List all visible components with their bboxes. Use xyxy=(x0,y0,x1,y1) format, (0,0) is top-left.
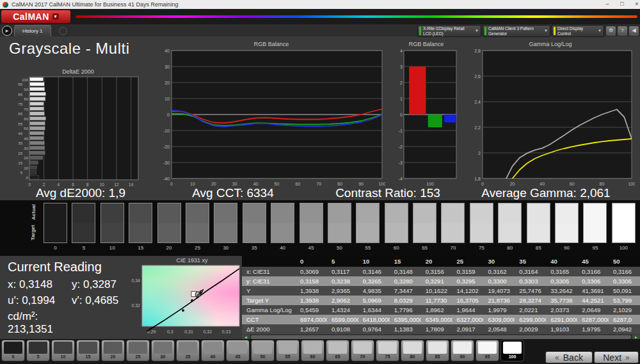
svg-text:5: 5 xyxy=(20,171,23,175)
minimize-button[interactable]: – xyxy=(600,0,614,9)
level-swatch xyxy=(204,342,222,354)
grayscale-swatch-25: 25 xyxy=(186,203,209,251)
table-cell: 7,3447 xyxy=(390,286,421,296)
level-button-0[interactable]: 0 xyxy=(1,340,25,361)
svg-text:-40: -40 xyxy=(163,177,170,181)
grayscale-swatch-100: 100 xyxy=(612,203,636,251)
level-label: 25 xyxy=(129,354,147,359)
swatch-label: 75 xyxy=(470,245,493,251)
next-button[interactable]: Next » xyxy=(594,351,639,363)
level-button-60[interactable]: 60 xyxy=(301,340,324,361)
level-button-85[interactable]: 85 xyxy=(426,340,449,361)
maximize-button[interactable]: □ xyxy=(615,0,629,9)
table-cell: 2,0548 xyxy=(483,324,515,334)
help-icon[interactable]: ? xyxy=(617,26,628,36)
header-cell: 35 xyxy=(515,256,546,267)
actual-swatch xyxy=(158,203,180,223)
gamma-chart: Gamma Log/Log 1,822,22,42,62,80204060801… xyxy=(466,41,635,190)
reading-x: x: 0,3148 xyxy=(8,278,72,291)
header-cell: 10 xyxy=(358,256,390,267)
level-label: 65 xyxy=(328,354,347,359)
level-label: 75 xyxy=(378,354,397,359)
svg-text:20: 20 xyxy=(510,182,515,186)
swatch-label: 5 xyxy=(72,245,95,251)
svg-text:100: 100 xyxy=(22,78,29,82)
swatch-label: 70 xyxy=(441,245,465,251)
grayscale-swatch-0: 0 xyxy=(44,203,67,251)
table-cell: 6299,0000 xyxy=(515,315,546,324)
table-row: Target Y1,39382,90625,09698,032911,77301… xyxy=(242,296,640,305)
level-button-20[interactable]: 20 xyxy=(101,340,125,361)
actual-swatch xyxy=(72,203,95,223)
level-button-100[interactable]: 100 xyxy=(500,340,524,361)
meter-pattern-generator[interactable]: CalMAN Client 3 Pattern Generator ▼ xyxy=(483,25,550,37)
level-label: 0 xyxy=(4,354,22,359)
table-cell: 0,3148 xyxy=(390,267,421,276)
calman-logo-menu[interactable]: CalMAN ▾ xyxy=(1,10,70,23)
level-button-80[interactable]: 80 xyxy=(401,340,424,361)
level-button-90[interactable]: 90 xyxy=(451,340,474,361)
level-button-30[interactable]: 30 xyxy=(151,340,175,361)
grayscale-swatch-55: 55 xyxy=(356,203,380,251)
level-button-95[interactable]: 95 xyxy=(476,340,499,361)
deltae-chart-canvas: 0246810121405101520253035404550556065707… xyxy=(15,75,141,188)
level-button-5[interactable]: 5 xyxy=(26,340,50,361)
grayscale-swatch-30: 30 xyxy=(214,203,237,251)
table-cell: 0,3265 xyxy=(358,276,390,286)
level-button-45[interactable]: 45 xyxy=(226,340,250,361)
actual-swatch xyxy=(470,203,493,223)
target-swatch xyxy=(44,223,67,243)
cie-chart-canvas: 0,320,340,290,30,310,320,33 xyxy=(123,264,242,336)
table-cell: 1,8962 xyxy=(421,305,452,315)
level-button-15[interactable]: 15 xyxy=(76,340,100,361)
target-swatch xyxy=(101,223,124,243)
swatch-label: 10 xyxy=(100,245,124,251)
table-cell: 0,3300 xyxy=(483,276,515,286)
level-button-75[interactable]: 75 xyxy=(376,340,399,361)
tab-history-1[interactable]: History 1 xyxy=(14,25,51,36)
meter-colorimeter[interactable]: X-Rite i1Display Retail LCD (LED) ▼ xyxy=(417,25,481,37)
grayscale-swatch-35: 35 xyxy=(243,203,266,251)
level-swatch xyxy=(453,342,472,354)
swatch-label: 85 xyxy=(527,245,550,251)
session-play-button[interactable]: ▶ xyxy=(2,26,12,36)
table-cell: 0,9108 xyxy=(327,324,358,334)
gear-icon[interactable]: ⚙ xyxy=(605,26,616,36)
bottom-strip: 0510152025303540455055606570758085909510… xyxy=(0,339,640,364)
meter-display-control[interactable]: Direct Display Control ▼ xyxy=(552,25,604,37)
add-tab-button[interactable] xyxy=(59,27,67,35)
table-cell: 6287,0000 xyxy=(577,315,609,324)
table-cell: 21,8736 xyxy=(483,296,515,305)
header-cell: 20 xyxy=(421,256,452,267)
level-button-65[interactable]: 65 xyxy=(326,340,349,361)
svg-text:70: 70 xyxy=(24,107,28,111)
back-button[interactable]: « Back xyxy=(545,351,593,363)
table-cell: 1,9103 xyxy=(546,324,577,334)
header-cell: 45 xyxy=(577,256,609,267)
swatch-label: 20 xyxy=(157,245,181,251)
level-button-50[interactable]: 50 xyxy=(251,340,275,361)
level-button-35[interactable]: 35 xyxy=(176,340,200,361)
level-button-25[interactable]: 25 xyxy=(126,340,150,361)
level-button-70[interactable]: 70 xyxy=(351,340,374,361)
level-button-40[interactable]: 40 xyxy=(201,340,225,361)
swatch-label: 50 xyxy=(328,245,351,251)
collapse-icon[interactable]: ◀ xyxy=(628,26,639,36)
table-cell: 6599,0000 xyxy=(327,315,358,324)
target-swatch xyxy=(300,223,323,243)
rgb-bar-chart-title: RGB Balance xyxy=(394,41,458,48)
target-swatch xyxy=(499,223,521,243)
level-button-10[interactable]: 10 xyxy=(51,340,75,361)
svg-text:35: 35 xyxy=(18,141,22,145)
svg-text:90: 90 xyxy=(358,182,364,186)
level-swatch xyxy=(29,342,47,354)
grayscale-swatch-15: 15 xyxy=(129,203,152,251)
svg-text:0: 0 xyxy=(400,113,403,117)
table-cell: 0,3156 xyxy=(421,267,452,276)
svg-text:0,32: 0,32 xyxy=(131,303,140,308)
table-cell: 1,7796 xyxy=(390,305,421,315)
close-button[interactable]: × xyxy=(630,0,640,9)
target-swatch xyxy=(328,223,351,243)
app-icon xyxy=(3,2,8,8)
level-button-55[interactable]: 55 xyxy=(276,340,300,361)
